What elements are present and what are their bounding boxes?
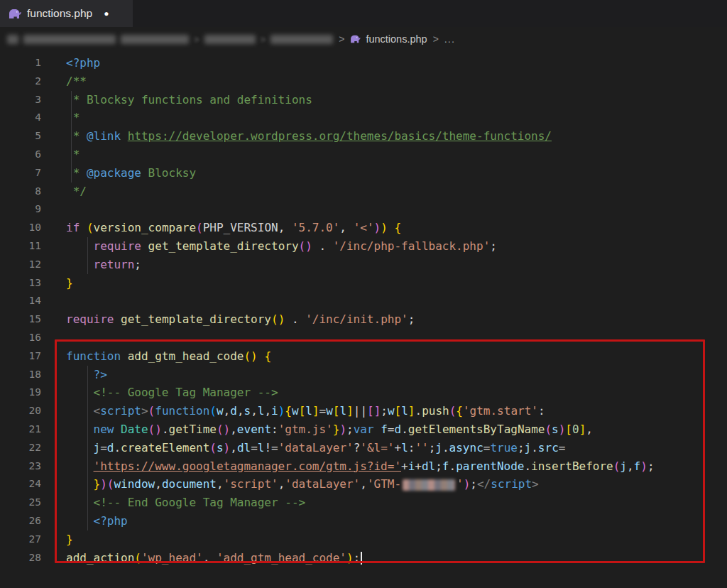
blurred-gtm-id <box>403 479 455 491</box>
line-number: 13 <box>0 274 41 293</box>
code-line[interactable]: 18 ?> <box>0 366 727 384</box>
line-number: 24 <box>0 475 41 494</box>
line-number: 7 <box>0 164 41 183</box>
line-number: 12 <box>0 256 41 274</box>
line-number: 10 <box>0 219 41 237</box>
code-line-content: * @package Blocksy <box>66 164 196 183</box>
code-line[interactable]: 23 'https://www.googletagmanager.com/gtm… <box>0 457 727 476</box>
blurred-path-segment[interactable] <box>270 35 333 44</box>
code-line[interactable]: 13} <box>0 274 727 293</box>
code-line[interactable]: 21 new Date().getTime(),event:'gtm.js'})… <box>0 420 727 439</box>
code-area[interactable]: 1<?php2/**3 * Blocksy functions and defi… <box>0 51 727 567</box>
code-line-content: function add_gtm_head_code() { <box>66 347 271 366</box>
vscode-window: functions.php ● > > > functions.php > ..… <box>0 0 727 588</box>
code-line[interactable]: 2/** <box>0 72 727 91</box>
tab-bar: functions.php ● <box>0 0 727 27</box>
line-number: 17 <box>0 347 41 366</box>
text-cursor <box>361 552 362 565</box>
code-line[interactable]: 16 <box>0 329 727 347</box>
code-line[interactable]: 7 * @package Blocksy <box>0 164 727 183</box>
code-line-content: j=d.createElement(s),dl=l!='dataLayer'?'… <box>66 439 565 457</box>
tab-title: functions.php <box>27 7 92 20</box>
line-number: 2 <box>0 72 41 91</box>
blurred-path-segment[interactable] <box>204 35 256 44</box>
chevron-right-icon: > <box>339 33 344 45</box>
line-number: 8 <box>0 183 41 201</box>
code-line-content: 'https://www.googletagmanager.com/gtm.js… <box>66 457 655 476</box>
code-line-content: require get_template_directory() . '/inc… <box>66 310 415 329</box>
line-number: 15 <box>0 310 41 329</box>
line-number: 27 <box>0 530 41 549</box>
line-number: 22 <box>0 439 41 457</box>
code-line[interactable]: 17function add_gtm_head_code() { <box>0 347 727 366</box>
code-line-content: * Blocksy functions and definitions <box>66 91 312 109</box>
code-line[interactable]: 24 })(window,document,'script','dataLaye… <box>0 475 727 494</box>
code-line[interactable]: 1<?php <box>0 54 727 72</box>
chevron-right-icon: > <box>261 34 266 45</box>
code-line[interactable]: 26 <?php <box>0 512 727 530</box>
line-number: 18 <box>0 366 41 384</box>
code-line-content: require get_template_directory() . '/inc… <box>66 237 497 256</box>
code-line[interactable]: 10if (version_compare(PHP_VERSION, '5.7.… <box>0 219 727 237</box>
code-line-content: } <box>66 274 73 293</box>
code-line[interactable]: 11 require get_template_directory() . '/… <box>0 237 727 256</box>
code-line-content: * <box>66 109 80 127</box>
line-number: 11 <box>0 237 41 256</box>
code-line-content: * <box>66 146 80 164</box>
code-line-content: /** <box>66 72 87 91</box>
code-line[interactable]: 3 * Blocksy functions and definitions <box>0 91 727 109</box>
code-line[interactable]: 12 return; <box>0 256 727 274</box>
line-number: 14 <box>0 292 41 310</box>
breadcrumb-symbol-more[interactable]: ... <box>444 33 455 45</box>
line-number: 21 <box>0 420 41 439</box>
line-number: 23 <box>0 457 41 476</box>
modified-dot-icon[interactable]: ● <box>104 9 109 18</box>
code-line[interactable]: 9 <box>0 200 727 219</box>
php-elephant-icon <box>9 9 21 19</box>
code-line-content: } <box>66 530 73 549</box>
code-line-content: */ <box>66 183 87 201</box>
line-number: 9 <box>0 200 41 219</box>
code-line[interactable]: 27} <box>0 530 727 549</box>
tab-functions-php[interactable]: functions.php ● <box>0 0 133 27</box>
line-number: 4 <box>0 109 41 127</box>
code-line[interactable]: 4 * <box>0 109 727 127</box>
code-line-content: <!-- End Google Tag Manager --> <box>66 494 305 512</box>
code-line-content: return; <box>66 256 141 274</box>
code-line[interactable]: 8 */ <box>0 183 727 201</box>
code-line-content: add_action('wp_head', 'add_gtm_head_code… <box>66 549 362 567</box>
line-number: 5 <box>0 127 41 146</box>
code-line[interactable]: 25 <!-- End Google Tag Manager --> <box>0 494 727 512</box>
code-line[interactable]: 15require get_template_directory() . '/i… <box>0 310 727 329</box>
blurred-path-segment[interactable] <box>7 35 18 44</box>
code-line[interactable]: 14 <box>0 292 727 310</box>
code-line[interactable]: 20 <script>(function(w,d,s,l,i){w[l]=w[l… <box>0 402 727 420</box>
code-line-content: new Date().getTime(),event:'gtm.js'});va… <box>66 420 593 439</box>
line-number: 20 <box>0 402 41 420</box>
code-line[interactable]: 19 <!-- Google Tag Manager --> <box>0 383 727 402</box>
breadcrumb-file[interactable]: functions.php <box>366 33 427 45</box>
code-line-content: ?> <box>66 366 107 384</box>
code-line-content: <script>(function(w,d,s,l,i){w[l]=w[l]||… <box>66 402 545 420</box>
blurred-path-segment[interactable] <box>23 35 116 44</box>
code-line[interactable]: 22 j=d.createElement(s),dl=l!='dataLayer… <box>0 439 727 457</box>
line-number: 6 <box>0 146 41 164</box>
code-line-content: if (version_compare(PHP_VERSION, '5.7.0'… <box>66 219 401 237</box>
blurred-path-segment[interactable] <box>121 35 189 44</box>
code-line-content: <?php <box>66 512 128 530</box>
line-number: 1 <box>0 54 41 72</box>
code-line-content: <?php <box>66 54 100 72</box>
line-number: 3 <box>0 91 41 109</box>
line-number: 26 <box>0 512 41 530</box>
php-elephant-icon <box>350 35 361 43</box>
line-number: 16 <box>0 329 41 347</box>
line-number: 19 <box>0 383 41 402</box>
code-line[interactable]: 5 * @link https://developer.wordpress.or… <box>0 127 727 146</box>
line-number: 28 <box>0 549 41 567</box>
line-number: 25 <box>0 494 41 512</box>
code-line-content: <!-- Google Tag Manager --> <box>66 383 278 402</box>
code-line-content: })(window,document,'script','dataLayer',… <box>66 475 539 494</box>
code-line[interactable]: 28add_action('wp_head', 'add_gtm_head_co… <box>0 549 727 567</box>
code-line[interactable]: 6 * <box>0 146 727 164</box>
code-line-content: * @link https://developer.wordpress.org/… <box>66 127 552 146</box>
